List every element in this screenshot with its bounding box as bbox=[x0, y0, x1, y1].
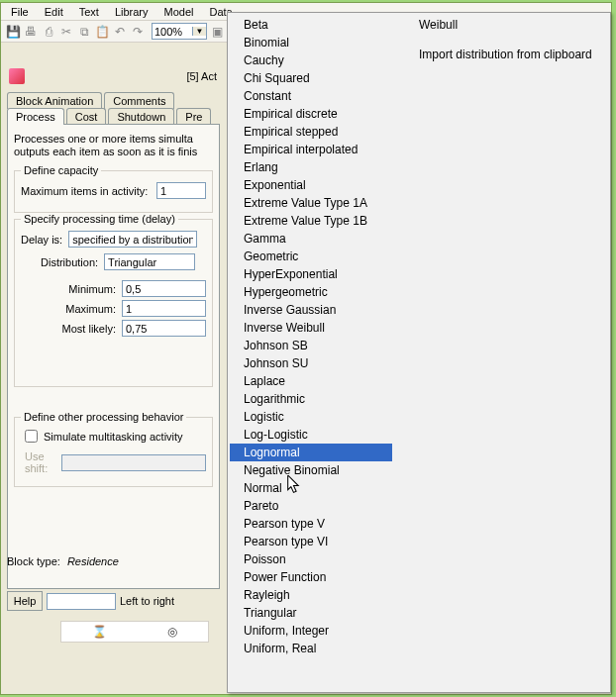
dist-option-logarithmic[interactable]: Logarithmic bbox=[230, 390, 392, 408]
block-type-value: Residence bbox=[67, 555, 119, 567]
dist-option-gamma[interactable]: Gamma bbox=[230, 230, 392, 248]
minimum-label: Minimum: bbox=[21, 283, 122, 295]
dist-option-import-distribution-from-clipboard[interactable]: Import distribution from clipboard bbox=[405, 46, 606, 63]
tab-row-1: Block Animation Comments bbox=[7, 92, 174, 109]
dist-option-inverse-weibull[interactable]: Inverse Weibull bbox=[230, 319, 392, 337]
dropdown-column-1: BetaBinomialCauchyChi SquaredConstantEmp… bbox=[228, 13, 394, 692]
dist-option-geometric[interactable]: Geometric bbox=[230, 248, 392, 265]
dist-option-exponential[interactable]: Exponential bbox=[230, 176, 392, 194]
dist-option-hypergeometric[interactable]: Hypergeometric bbox=[230, 283, 392, 301]
zoom-combo[interactable]: ▼ bbox=[152, 23, 207, 40]
dist-option-pearson-type-v[interactable]: Pearson type V bbox=[230, 515, 392, 533]
maximum-label: Maximum: bbox=[21, 303, 122, 315]
menu-edit[interactable]: Edit bbox=[37, 4, 71, 20]
activity-icon bbox=[9, 68, 25, 84]
tab-process[interactable]: Process bbox=[7, 108, 64, 125]
max-items-label: Maximum items in activity: bbox=[21, 185, 156, 197]
dist-option-empirical-interpolated[interactable]: Empirical interpolated bbox=[230, 141, 392, 158]
block-type-row: Block type: Residence bbox=[7, 555, 119, 567]
tab-block-animation[interactable]: Block Animation bbox=[7, 92, 102, 109]
most-likely-input[interactable] bbox=[122, 320, 206, 337]
dist-option-pareto[interactable]: Pareto bbox=[230, 497, 392, 515]
left-to-right-label: Left to right bbox=[120, 595, 174, 607]
dist-option-inverse-gaussian[interactable]: Inverse Gaussian bbox=[230, 301, 392, 319]
fieldset-delay: Specify processing time (delay) Delay is… bbox=[14, 219, 213, 387]
fit-icon[interactable]: ▣ bbox=[209, 24, 225, 40]
undo-icon[interactable]: ↶ bbox=[112, 24, 128, 40]
hourglass-icon: ⌛ bbox=[92, 625, 107, 639]
dist-option-binomial[interactable]: Binomial bbox=[230, 34, 392, 51]
dialog-title-bar: [5] Act bbox=[9, 68, 217, 86]
legend-capacity: Define capacity bbox=[21, 164, 101, 176]
dist-option-logistic[interactable]: Logistic bbox=[230, 408, 392, 426]
description-text: Processes one or more items simulta outp… bbox=[14, 133, 213, 158]
menu-library[interactable]: Library bbox=[107, 4, 156, 20]
minimum-input[interactable] bbox=[122, 280, 206, 297]
paste-icon[interactable]: 📋 bbox=[94, 24, 110, 40]
dist-option-beta[interactable]: Beta bbox=[230, 16, 392, 34]
save-icon[interactable]: 💾 bbox=[5, 24, 21, 40]
distribution-value[interactable] bbox=[105, 255, 194, 269]
dialog-title: [5] Act bbox=[186, 70, 217, 82]
dist-option-pearson-type-vi[interactable]: Pearson type VI bbox=[230, 533, 392, 550]
menu-file[interactable]: File bbox=[3, 4, 37, 20]
distribution-label: Distribution: bbox=[41, 256, 98, 268]
dist-option-lognormal[interactable]: Lognormal bbox=[230, 444, 392, 461]
dist-option-johnson-sb[interactable]: Johnson SB bbox=[230, 337, 392, 354]
use-shift-label: Use shift: bbox=[25, 450, 55, 474]
maximum-input[interactable] bbox=[122, 300, 206, 317]
menu-model[interactable]: Model bbox=[156, 4, 202, 20]
most-likely-label: Most likely: bbox=[21, 323, 122, 335]
help-button[interactable]: Help bbox=[7, 591, 43, 611]
dist-option-extreme-value-type-1a[interactable]: Extreme Value Type 1A bbox=[230, 194, 392, 212]
menu-text[interactable]: Text bbox=[71, 4, 107, 20]
distribution-dropdown-panel: BetaBinomialCauchyChi SquaredConstantEmp… bbox=[227, 12, 611, 693]
delay-is-combo[interactable] bbox=[68, 231, 197, 248]
simulate-multitask-label: Simulate multitasking activity bbox=[44, 431, 183, 443]
dist-option-negative-binomial[interactable]: Negative Binomial bbox=[230, 461, 392, 479]
distribution-combo[interactable] bbox=[104, 253, 195, 270]
dist-option-empirical-stepped[interactable]: Empirical stepped bbox=[230, 123, 392, 141]
dist-option-log-logistic[interactable]: Log-Logistic bbox=[230, 426, 392, 444]
dist-option-triangular[interactable]: Triangular bbox=[230, 604, 392, 622]
copy-icon[interactable]: ⧉ bbox=[76, 24, 92, 40]
dist-option-cauchy[interactable]: Cauchy bbox=[230, 51, 392, 69]
tab-cost[interactable]: Cost bbox=[66, 108, 107, 125]
legend-delay: Specify processing time (delay) bbox=[21, 213, 178, 225]
dist-option-empirical-discrete[interactable]: Empirical discrete bbox=[230, 105, 392, 123]
block-type-label: Block type: bbox=[7, 555, 60, 567]
dist-option-rayleigh[interactable]: Rayleigh bbox=[230, 586, 392, 604]
tab-pre[interactable]: Pre bbox=[176, 108, 211, 125]
zoom-input[interactable] bbox=[153, 25, 192, 39]
dist-option-poisson[interactable]: Poisson bbox=[230, 550, 392, 568]
delay-is-value[interactable] bbox=[69, 233, 196, 247]
fieldset-other: Define other processing behavior Simulat… bbox=[14, 417, 213, 487]
tab-comments[interactable]: Comments bbox=[104, 92, 174, 109]
delay-is-label: Delay is: bbox=[21, 234, 62, 246]
help-input[interactable] bbox=[47, 593, 116, 610]
dist-option-hyperexponential[interactable]: HyperExponential bbox=[230, 265, 392, 283]
dist-option-constant[interactable]: Constant bbox=[230, 87, 392, 105]
dist-option-laplace[interactable]: Laplace bbox=[230, 372, 392, 390]
print-icon[interactable]: 🖶 bbox=[23, 24, 39, 40]
simulate-multitask-checkbox[interactable] bbox=[25, 430, 38, 443]
legend-other: Define other processing behavior bbox=[21, 411, 186, 423]
tab-content-process: Processes one or more items simulta outp… bbox=[7, 124, 220, 589]
dist-option-power-function[interactable]: Power Function bbox=[230, 568, 392, 586]
dist-option-uniform-integer[interactable]: Uniform, Integer bbox=[230, 622, 392, 640]
cut-icon[interactable]: ✂ bbox=[58, 24, 74, 40]
dist-option-weibull[interactable]: Weibull bbox=[405, 16, 606, 34]
fieldset-capacity: Define capacity Maximum items in activit… bbox=[14, 170, 213, 213]
dist-option-extreme-value-type-1b[interactable]: Extreme Value Type 1B bbox=[230, 212, 392, 230]
circle-icon: ◎ bbox=[167, 625, 177, 639]
dist-option-chi-squared[interactable]: Chi Squared bbox=[230, 69, 392, 87]
printer-icon[interactable]: ⎙ bbox=[41, 24, 56, 40]
redo-icon[interactable]: ↷ bbox=[130, 24, 146, 40]
tab-shutdown[interactable]: Shutdown bbox=[108, 108, 174, 125]
max-items-input[interactable] bbox=[156, 182, 206, 199]
dist-option-erlang[interactable]: Erlang bbox=[230, 158, 392, 176]
dist-option-uniform-real[interactable]: Uniform, Real bbox=[230, 640, 392, 657]
dist-option-normal[interactable]: Normal bbox=[230, 479, 392, 497]
dist-option-johnson-su[interactable]: Johnson SU bbox=[230, 354, 392, 372]
chevron-down-icon[interactable]: ▼ bbox=[192, 27, 206, 36]
